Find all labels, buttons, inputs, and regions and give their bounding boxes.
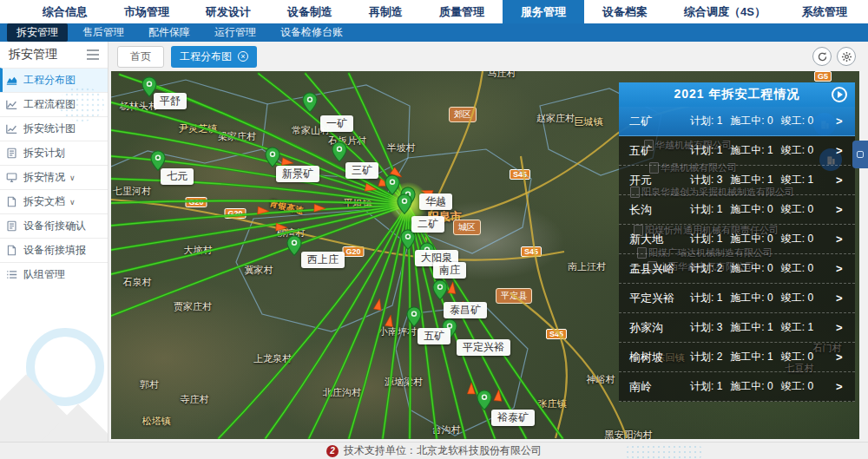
stat-plan: 计划: 3 bbox=[690, 174, 722, 186]
sidebar-item[interactable]: 队组管理 bbox=[0, 262, 108, 286]
map-pin-label[interactable]: 一矿 bbox=[320, 115, 353, 132]
watermark-dots bbox=[625, 444, 703, 459]
top-nav-item[interactable]: 研发设计 bbox=[187, 0, 269, 23]
map-pin-label[interactable]: 三矿 bbox=[345, 162, 378, 179]
panel-row[interactable]: 平定兴裕计划: 1施工中: 0竣工: 0> bbox=[619, 284, 855, 313]
map-pin-label[interactable]: 华越 bbox=[419, 193, 452, 210]
map-pin[interactable] bbox=[332, 141, 347, 163]
stat-value: 0 bbox=[767, 262, 773, 274]
panel-row[interactable]: 开元计划: 3施工中: 1竣工: 1> bbox=[619, 166, 855, 195]
map-pin[interactable] bbox=[385, 174, 400, 196]
chevron-down-icon: ∨ bbox=[69, 198, 76, 207]
map-pin-label[interactable]: 七元 bbox=[161, 168, 194, 185]
settings-button[interactable] bbox=[837, 47, 856, 66]
sidebar-item[interactable]: 拆安统计图 bbox=[0, 116, 108, 141]
stat-done: 竣工: 0 bbox=[781, 380, 813, 392]
top-nav-item[interactable]: 综合调度（4S） bbox=[666, 0, 784, 23]
panel-row[interactable]: 五矿计划: 1施工中: 1竣工: 0> bbox=[619, 136, 855, 166]
stat-value: 0 bbox=[807, 203, 813, 215]
map-pin-label[interactable]: 二矿 bbox=[411, 216, 444, 233]
sub-nav-item[interactable]: 配件保障 bbox=[139, 23, 200, 42]
map-pin-label[interactable]: 平定兴裕 bbox=[457, 339, 510, 356]
document-icon bbox=[6, 148, 21, 159]
stat-value: 1 bbox=[717, 144, 723, 156]
panel-row[interactable]: 盂县兴峪计划: 2施工中: 0竣工: 0> bbox=[619, 254, 855, 284]
refresh-button[interactable] bbox=[812, 47, 832, 66]
map-pin-label[interactable]: 南庄 bbox=[433, 262, 466, 279]
sidebar-item[interactable]: 拆安文档∨ bbox=[0, 189, 108, 213]
sub-nav-item[interactable]: 运行管理 bbox=[205, 23, 266, 42]
stat-value: 1 bbox=[767, 351, 773, 363]
hamburger-icon[interactable] bbox=[87, 47, 99, 62]
top-nav-item[interactable]: 综合信息 bbox=[24, 0, 106, 23]
stat-done: 竣工: 0 bbox=[781, 233, 813, 245]
row-stats: 计划: 3施工中: 1竣工: 1 bbox=[690, 320, 836, 335]
top-nav-item[interactable]: 服务管理 bbox=[503, 0, 584, 23]
chevron-down-icon: ∨ bbox=[69, 174, 76, 182]
top-nav-item[interactable]: 再制造 bbox=[351, 0, 421, 23]
top-nav-item[interactable]: 设备档案 bbox=[584, 0, 666, 23]
stat-plan: 计划: 2 bbox=[690, 262, 722, 274]
stat-value: 1 bbox=[767, 174, 773, 186]
sub-nav-item[interactable]: 拆安管理 bbox=[7, 23, 68, 42]
stats-chart-icon bbox=[6, 123, 21, 134]
sidebar-item-label: 拆安情况 bbox=[23, 170, 65, 185]
map-pin-label[interactable]: 五矿 bbox=[418, 328, 450, 344]
top-nav-item[interactable]: 设备制造 bbox=[269, 0, 351, 23]
panel-row[interactable]: 孙家沟计划: 3施工中: 1竣工: 1> bbox=[619, 313, 855, 343]
panel-row[interactable]: 长沟计划: 1施工中: 0竣工: 0> bbox=[619, 195, 855, 225]
map-pin-label[interactable]: 西上庄 bbox=[301, 252, 345, 268]
stat-done: 竣工: 1 bbox=[781, 321, 813, 333]
top-nav-item[interactable]: 市场管理 bbox=[106, 0, 187, 23]
longruan-logo: 2 bbox=[326, 445, 339, 457]
floating-widget-handle[interactable] bbox=[852, 141, 868, 168]
stat-value: 0 bbox=[807, 144, 813, 156]
flow-chart-icon bbox=[6, 99, 21, 110]
stat-value: 1 bbox=[767, 321, 773, 333]
map-pin[interactable] bbox=[477, 390, 492, 411]
map-pin-label[interactable]: 平舒 bbox=[154, 93, 187, 109]
close-icon[interactable]: × bbox=[238, 51, 248, 62]
sidebar-item[interactable]: 设备衔接填报 bbox=[0, 238, 108, 262]
map-pin-label[interactable]: 泰昌矿 bbox=[444, 302, 487, 318]
mine-name: 新大地 bbox=[619, 232, 690, 247]
stat-value: 1 bbox=[807, 174, 813, 186]
stat-value: 0 bbox=[767, 115, 773, 127]
top-nav-item[interactable]: 质量管理 bbox=[421, 0, 503, 23]
map-pin[interactable] bbox=[406, 306, 422, 328]
sidebar-item[interactable]: 设备衔接确认 bbox=[0, 213, 108, 238]
map-pin[interactable] bbox=[397, 193, 412, 215]
sidebar-item[interactable]: 拆安计划 bbox=[0, 141, 108, 165]
map-pin[interactable] bbox=[286, 235, 302, 257]
stat-in_progress: 施工中: 1 bbox=[730, 174, 773, 186]
stat-plan: 计划: 1 bbox=[690, 203, 722, 215]
top-nav-item[interactable]: 系统管理 bbox=[784, 0, 865, 23]
map-pin-label[interactable]: 裕泰矿 bbox=[491, 410, 535, 426]
stat-plan: 计划: 1 bbox=[690, 292, 722, 304]
stat-in_progress: 施工中: 1 bbox=[730, 351, 773, 363]
sidebar-item-label: 拆安计划 bbox=[23, 146, 65, 161]
mine-name: 榆树坡 bbox=[619, 350, 690, 365]
stat-value: 1 bbox=[767, 144, 773, 156]
tab-active[interactable]: 工程分布图 × bbox=[171, 46, 257, 68]
sub-nav-item[interactable]: 设备检修台账 bbox=[271, 23, 352, 42]
panel-row[interactable]: 二矿计划: 1施工中: 0竣工: 0> bbox=[619, 107, 855, 136]
stat-in_progress: 施工中: 0 bbox=[730, 233, 773, 245]
map-pin[interactable] bbox=[432, 279, 448, 301]
play-icon[interactable] bbox=[832, 87, 847, 102]
stat-in_progress: 施工中: 0 bbox=[730, 203, 773, 215]
panel-row[interactable]: 南岭计划: 1施工中: 0竣工: 0> bbox=[619, 372, 855, 402]
map-pin[interactable] bbox=[302, 92, 318, 114]
tab-home[interactable]: 首页 bbox=[117, 46, 164, 68]
map-pin-label[interactable]: 新景矿 bbox=[276, 166, 319, 182]
list-icon bbox=[6, 269, 21, 280]
sub-nav-item[interactable]: 售后管理 bbox=[73, 23, 134, 42]
map-canvas[interactable]: 杨林头村尹灵芝镇梁家庄村常家山村石板片村七里河村马庄村赵家庄村巨城镇半坡村平坦镇… bbox=[111, 71, 859, 439]
sidebar-item[interactable]: 拆安情况∨ bbox=[0, 165, 108, 189]
panel-row[interactable]: 新大地计划: 1施工中: 0竣工: 0> bbox=[619, 225, 855, 254]
sidebar-header: 拆安管理 bbox=[0, 42, 108, 68]
sidebar-title: 拆安管理 bbox=[9, 47, 57, 62]
stat-value: 0 bbox=[807, 115, 813, 127]
chevron-right-icon: > bbox=[836, 174, 855, 187]
panel-row[interactable]: 榆树坡计划: 2施工中: 1竣工: 0> bbox=[619, 343, 855, 372]
